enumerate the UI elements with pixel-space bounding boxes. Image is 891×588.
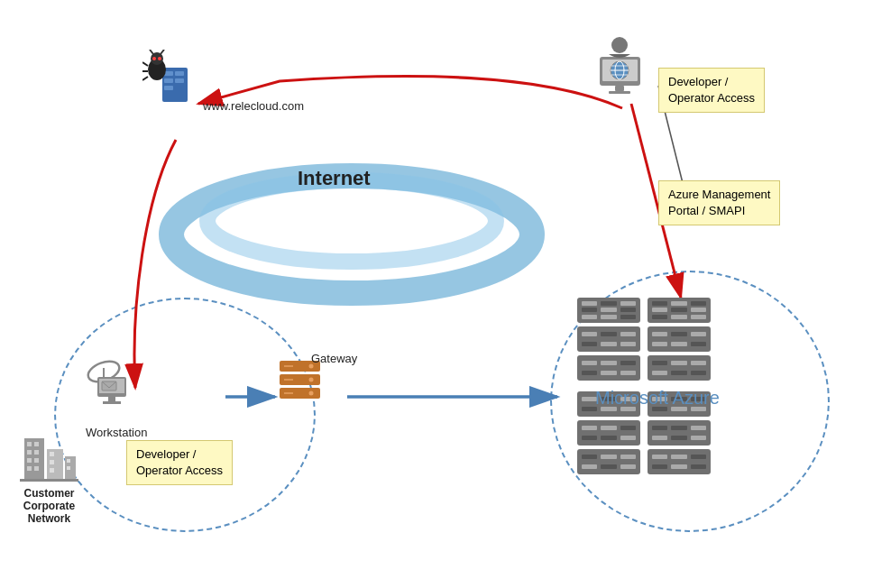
bug-icon-container: [142, 50, 192, 108]
corporate-network-circle: [54, 298, 316, 532]
server-rack: [648, 449, 711, 474]
svg-rect-62: [67, 466, 70, 470]
server-rack: [577, 298, 640, 323]
developer-operator-icon-top: [582, 34, 654, 102]
svg-point-45: [309, 378, 314, 382]
svg-point-17: [158, 57, 161, 60]
svg-rect-11: [175, 78, 184, 83]
server-rack: [648, 298, 711, 323]
svg-rect-49: [34, 442, 39, 446]
server-rack: [577, 355, 640, 381]
svg-point-30: [611, 37, 628, 53]
svg-rect-56: [47, 449, 63, 479]
server-rack: [577, 326, 640, 352]
svg-point-46: [309, 391, 314, 396]
developer-access-label-top: Developer /Operator Access: [658, 68, 765, 113]
internet-label: Internet: [298, 167, 371, 190]
svg-rect-8: [164, 78, 173, 83]
server-rack: [648, 326, 711, 352]
azure-label: Microsoft Azure: [595, 388, 720, 409]
server-rack: [648, 355, 711, 381]
svg-line-18: [142, 62, 148, 66]
svg-rect-61: [67, 459, 70, 463]
svg-rect-48: [27, 442, 32, 446]
svg-rect-63: [20, 479, 78, 482]
svg-line-15: [161, 50, 164, 54]
server-row-1: [577, 298, 711, 384]
svg-rect-58: [50, 460, 54, 464]
svg-rect-28: [615, 86, 624, 91]
svg-rect-53: [34, 458, 39, 463]
customer-corporate-icon: CustomerCorporateNetwork: [20, 431, 78, 525]
svg-rect-36: [108, 397, 115, 401]
building-icon: [20, 431, 78, 485]
azure-mgmt-label: Azure ManagementPortal / SMAPI: [658, 180, 780, 225]
developer-access-label-bottom: Developer /Operator Access: [126, 440, 233, 485]
diagram: Internet: [0, 0, 891, 588]
relecloud-label: www.relecloud.com: [203, 99, 304, 113]
svg-rect-57: [50, 452, 54, 456]
server-col-1: [577, 298, 640, 384]
svg-rect-59: [50, 468, 54, 473]
workstation-icon-container: [81, 352, 144, 410]
developer-access-text-top: Developer /Operator Access: [668, 75, 755, 105]
svg-line-20: [142, 77, 148, 80]
bug-icon: [142, 50, 192, 108]
developer-access-text-bottom: Developer /Operator Access: [136, 447, 223, 477]
server-rack: [577, 449, 640, 474]
internet-cloud-svg: [135, 117, 568, 316]
svg-rect-55: [34, 466, 39, 471]
svg-point-1: [207, 180, 496, 262]
svg-rect-9: [164, 86, 173, 90]
svg-rect-37: [103, 401, 121, 404]
azure-mgmt-text: Azure ManagementPortal / SMAPI: [668, 188, 770, 217]
svg-rect-29: [609, 91, 630, 94]
server-col-2: [648, 298, 711, 384]
svg-rect-10: [175, 71, 184, 76]
workstation-icon: [81, 352, 144, 410]
svg-point-16: [152, 57, 156, 60]
server-rack: [577, 420, 640, 446]
svg-rect-54: [27, 466, 32, 471]
svg-rect-52: [27, 458, 32, 463]
svg-line-14: [150, 50, 153, 54]
customer-label: CustomerCorporateNetwork: [23, 487, 75, 525]
gateway-label: Gateway: [311, 352, 357, 365]
svg-rect-50: [27, 450, 32, 455]
server-rack: [648, 420, 711, 446]
svg-rect-51: [34, 450, 39, 455]
person-computer-icon: [582, 34, 654, 102]
workstation-label: Workstation: [86, 426, 147, 439]
